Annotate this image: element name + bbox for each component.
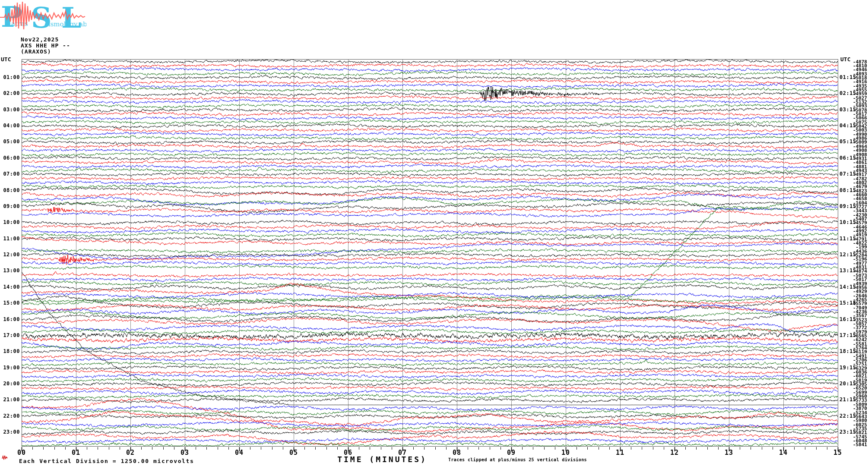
left-time-label: 09:00 — [0, 203, 20, 209]
left-time-label: 23:00 — [0, 429, 20, 435]
red-station-mark-icon — [2, 455, 8, 461]
left-time-label: 01:00 — [0, 74, 20, 80]
left-time-label: 17:00 — [0, 332, 20, 338]
logo-word-ab: ab — [79, 20, 86, 28]
header-channel: AXS HHE HP -- — [21, 43, 70, 49]
left-time-label: 18:00 — [0, 348, 20, 354]
left-time-label: 13:00 — [0, 268, 20, 274]
x-axis-title: TIME (MINUTES) — [322, 455, 443, 464]
x-tick-label: 08 — [446, 449, 468, 457]
x-tick-label: 04 — [228, 449, 250, 457]
header-station: (ARAXOS) — [21, 49, 70, 55]
helicorder-canvas — [0, 0, 868, 466]
left-time-label: 20:00 — [0, 381, 20, 387]
left-time-label: 12:00 — [0, 252, 20, 258]
x-tick-label: 13 — [718, 449, 740, 457]
left-time-label: 10:00 — [0, 219, 20, 225]
left-time-label: 19:00 — [0, 365, 20, 371]
left-time-label: 16:00 — [0, 316, 20, 322]
left-time-label: 03:00 — [0, 107, 20, 113]
header-date: Nov22,2025 — [21, 37, 70, 43]
vertical-scale-note: Each Vertical Division = 1250.00 microvo… — [19, 458, 194, 464]
x-tick-label: 03 — [174, 449, 196, 457]
left-time-label: 08:00 — [0, 187, 20, 193]
x-tick-label: 05 — [283, 449, 304, 457]
x-tick-label: 15 — [827, 449, 849, 457]
x-tick-label: 10 — [555, 449, 577, 457]
utc-label-left: UTC — [1, 56, 11, 63]
left-time-label: 14:00 — [0, 284, 20, 290]
left-time-label: 11:00 — [0, 236, 20, 242]
x-tick-label: 00 — [11, 449, 32, 457]
psl-logo: P S L atras eismology ab — [0, 0, 86, 32]
x-tick-label: 01 — [65, 449, 87, 457]
logo-word-eismology: eismology — [44, 20, 78, 28]
left-time-label: 06:00 — [0, 155, 20, 161]
helicorder-page: P S L atras eismology ab Nov22,2025 AXS … — [0, 0, 868, 466]
plot-header: Nov22,2025 AXS HHE HP -- (ARAXOS) — [21, 37, 70, 55]
left-time-label: 04:00 — [0, 123, 20, 129]
x-tick-label: 02 — [120, 449, 141, 457]
left-time-label: 05:00 — [0, 139, 20, 145]
x-tick-label: 12 — [664, 449, 685, 457]
x-tick-label: 14 — [773, 449, 794, 457]
left-time-label: 07:00 — [0, 171, 20, 177]
clip-note: Traces clipped at plus/minus 25 vertical… — [448, 457, 587, 462]
left-time-label: 02:00 — [0, 90, 20, 96]
x-tick-label: 11 — [609, 449, 631, 457]
left-time-label: 22:00 — [0, 413, 20, 419]
left-time-label: 15:00 — [0, 300, 20, 306]
trace-offset-value: -5841 — [839, 442, 867, 447]
left-time-label: 21:00 — [0, 397, 20, 403]
x-tick-label: 09 — [501, 449, 522, 457]
